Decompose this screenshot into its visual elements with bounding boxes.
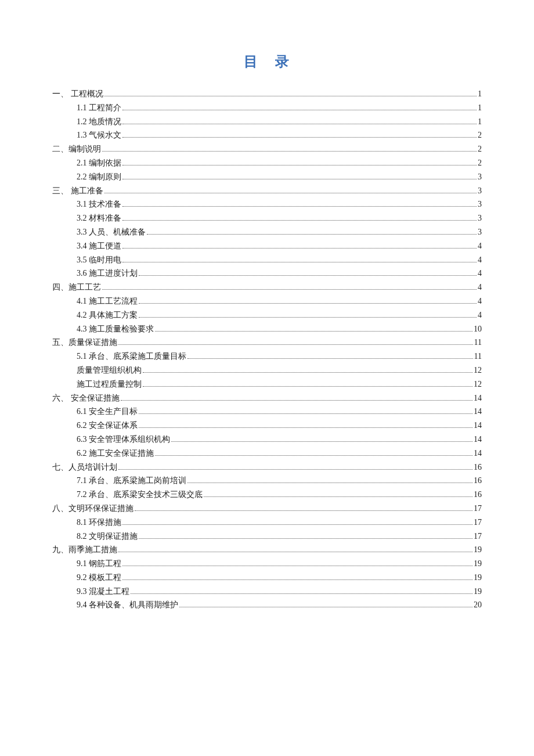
toc-dots xyxy=(122,566,472,566)
toc-entry: 2.2 编制原则3 xyxy=(52,170,482,184)
toc-entry-page: 4 xyxy=(478,267,482,280)
toc-dots xyxy=(139,427,472,428)
toc-entry: 3.3 人员、机械准备3 xyxy=(52,225,482,239)
toc-dots xyxy=(122,248,477,249)
toc-dots xyxy=(122,137,477,138)
toc-entry: 三、 施工准备3 xyxy=(52,184,482,198)
toc-entry: 6.1 安全生产目标14 xyxy=(52,405,482,419)
toc-entry-label: 四、施工工艺 xyxy=(52,280,101,294)
toc-entry-page: 14 xyxy=(474,405,482,419)
toc-entry: 九、雨季施工措施19 xyxy=(52,543,482,557)
toc-entry-page: 1 xyxy=(478,101,482,115)
toc-dots xyxy=(143,386,472,387)
toc-entry: 1.1 工程简介1 xyxy=(52,101,482,115)
toc-entry-page: 17 xyxy=(474,516,482,530)
toc-dots xyxy=(122,165,477,165)
toc-container: 一、 工程概况11.1 工程简介11.2 地质情况11.3 气候水文2二、编制说… xyxy=(52,87,482,612)
toc-dots xyxy=(155,331,472,332)
toc-dots xyxy=(102,151,477,152)
toc-entry-page: 3 xyxy=(478,197,482,211)
toc-entry-page: 14 xyxy=(474,391,482,405)
toc-entry: 6.2 安全保证体系14 xyxy=(52,419,482,433)
toc-entry-label: 4.1 施工工艺流程 xyxy=(77,294,138,308)
toc-entry: 6.3 安全管理体系组织机构14 xyxy=(52,433,482,447)
toc-entry-label: 4.3 施工质量检验要求 xyxy=(77,322,154,336)
toc-entry-label: 9.3 混凝土工程 xyxy=(77,585,129,599)
toc-dots xyxy=(187,483,472,483)
toc-entry-label: 6.3 安全管理体系组织机构 xyxy=(77,433,170,447)
toc-dots xyxy=(104,193,477,193)
toc-entry-label: 1.1 工程简介 xyxy=(77,101,121,115)
toc-entry: 7.2 承台、底系梁安全技术三级交底16 xyxy=(52,488,482,502)
toc-title: 目 录 xyxy=(52,52,482,71)
toc-dots xyxy=(122,124,477,124)
toc-entry-label: 9.1 钢筋工程 xyxy=(77,557,121,571)
toc-entry-page: 10 xyxy=(474,322,482,336)
toc-dots xyxy=(143,372,472,373)
toc-entry: 1.2 地质情况1 xyxy=(52,115,482,129)
toc-entry: 3.1 技术准备3 xyxy=(52,197,482,211)
toc-entry-page: 11 xyxy=(474,336,482,350)
toc-entry-page: 14 xyxy=(474,419,482,433)
toc-dots xyxy=(179,607,472,607)
toc-entry-label: 八、文明环保保证措施 xyxy=(52,502,134,516)
toc-dots xyxy=(187,358,473,359)
toc-entry: 六、 安全保证措施14 xyxy=(52,391,482,405)
toc-entry-page: 19 xyxy=(474,557,482,571)
toc-entry-page: 2 xyxy=(478,128,482,142)
toc-entry-page: 17 xyxy=(474,530,482,543)
toc-entry-label: 5.1 承台、底系梁施工质量目标 xyxy=(77,350,186,363)
toc-entry: 4.2 具体施工方案4 xyxy=(52,308,482,322)
toc-dots xyxy=(135,510,472,511)
toc-entry: 4.1 施工工艺流程4 xyxy=(52,294,482,308)
toc-entry: 9.2 模板工程19 xyxy=(52,571,482,585)
toc-entry-label: 施工过程质量控制 xyxy=(77,377,142,391)
toc-entry-label: 9.4 各种设备、机具雨期维护 xyxy=(77,598,178,612)
toc-entry-page: 1 xyxy=(478,87,482,101)
toc-entry: 2.1 编制依据2 xyxy=(52,156,482,170)
toc-entry-page: 3 xyxy=(478,184,482,198)
toc-dots xyxy=(139,317,477,318)
toc-entry-label: 七、人员培训计划 xyxy=(52,460,117,474)
toc-dots xyxy=(131,593,472,594)
toc-entry: 6.2 施工安全保证措施14 xyxy=(52,447,482,460)
toc-dots xyxy=(139,303,477,304)
toc-entry-label: 三、 施工准备 xyxy=(52,184,103,198)
toc-entry: 七、人员培训计划16 xyxy=(52,460,482,474)
toc-entry-page: 19 xyxy=(474,585,482,599)
toc-entry: 五、质量保证措施11 xyxy=(52,336,482,350)
toc-entry-label: 3.6 施工进度计划 xyxy=(77,267,138,280)
toc-entry: 四、施工工艺4 xyxy=(52,280,482,294)
toc-entry-label: 2.1 编制依据 xyxy=(77,156,121,170)
toc-entry: 9.1 钢筋工程19 xyxy=(52,557,482,571)
toc-entry-page: 16 xyxy=(474,460,482,474)
toc-dots xyxy=(118,469,472,470)
toc-entry-page: 20 xyxy=(474,598,482,612)
toc-entry-page: 4 xyxy=(478,294,482,308)
toc-dots xyxy=(139,275,477,276)
toc-entry-label: 3.3 人员、机械准备 xyxy=(77,225,146,239)
toc-entry-label: 6.2 安全保证体系 xyxy=(77,419,138,433)
toc-entry-label: 1.2 地质情况 xyxy=(77,115,121,129)
toc-entry-label: 8.2 文明保证措施 xyxy=(77,530,138,543)
toc-dots xyxy=(147,234,477,235)
toc-dots xyxy=(118,552,472,552)
toc-dots xyxy=(122,220,477,221)
toc-entry-page: 19 xyxy=(474,571,482,585)
toc-entry-page: 12 xyxy=(474,377,482,391)
toc-entry-label: 五、质量保证措施 xyxy=(52,336,117,350)
toc-entry-page: 16 xyxy=(474,488,482,502)
toc-dots xyxy=(122,206,477,207)
toc-entry: 一、 工程概况1 xyxy=(52,87,482,101)
toc-entry: 1.3 气候水文2 xyxy=(52,128,482,142)
toc-dots xyxy=(122,579,472,580)
toc-entry-label: 9.2 模板工程 xyxy=(77,571,121,585)
toc-entry-label: 3.4 施工便道 xyxy=(77,239,121,253)
toc-entry-page: 19 xyxy=(474,543,482,557)
toc-entry-page: 14 xyxy=(474,447,482,460)
toc-entry-label: 1.3 气候水文 xyxy=(77,128,121,142)
toc-entry-page: 3 xyxy=(478,170,482,184)
toc-entry-label: 一、 工程概况 xyxy=(52,87,103,101)
toc-dots xyxy=(122,262,477,262)
toc-dots xyxy=(155,455,472,456)
